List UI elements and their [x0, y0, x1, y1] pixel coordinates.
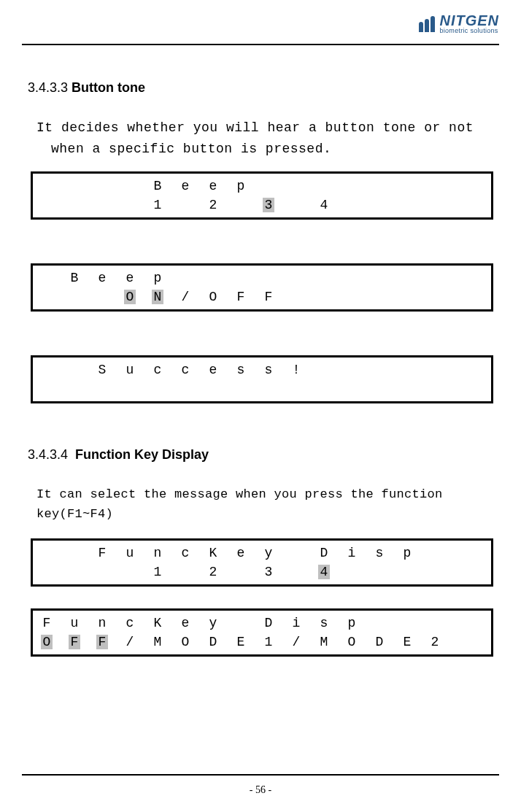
lcd-cell: [393, 198, 421, 212]
lcd-cell: 4: [310, 565, 338, 579]
header-divider: [22, 44, 499, 45]
lcd-cell: [449, 290, 476, 304]
lcd-success: Success!: [31, 355, 493, 403]
lcd-cell: [393, 565, 421, 579]
lcd-row: FuncKey Disp: [33, 614, 491, 633]
lcd-cell: O: [33, 635, 61, 649]
logo-bars-icon: [419, 16, 435, 32]
lcd-cell: c: [171, 546, 199, 560]
lcd-cell: [61, 363, 88, 377]
lcd-cell: [61, 179, 88, 193]
lcd-cell: [227, 565, 255, 579]
lcd-cell: S: [88, 363, 116, 377]
lcd-cell: [393, 271, 421, 285]
lcd-cell: [449, 546, 476, 560]
lcd-cell: [282, 290, 310, 304]
lcd-cell: [33, 198, 61, 212]
lcd-cell: s: [255, 363, 282, 377]
lcd-cell: 3: [255, 565, 282, 579]
lcd-cell: p: [338, 616, 366, 630]
lcd-row: FuncKey Disp: [33, 544, 491, 562]
lcd-cell: D: [199, 635, 227, 649]
lcd-cell: F: [227, 290, 255, 304]
lcd-cell: [255, 179, 282, 193]
lcd-cell: [449, 565, 476, 579]
lcd-cell: e: [171, 616, 199, 630]
lcd-highlight: O: [124, 290, 136, 304]
lcd-cell: u: [61, 616, 88, 630]
lcd-cell: [310, 271, 338, 285]
lcd-cell: 3: [255, 198, 282, 212]
lcd-cell: [421, 290, 449, 304]
lcd-cell: n: [88, 616, 116, 630]
lcd-row: Beep: [33, 177, 491, 196]
lcd-cell: u: [116, 363, 144, 377]
lcd-cell: [421, 179, 449, 193]
lcd-cell: [366, 198, 393, 212]
lcd-cell: F: [33, 616, 61, 630]
footer-divider: [22, 774, 499, 776]
lcd-cell: s: [366, 546, 393, 560]
lcd-cell: [61, 546, 88, 560]
lcd-highlight: N: [152, 290, 164, 304]
lcd-cell: e: [199, 179, 227, 193]
lcd-cell: [310, 290, 338, 304]
lcd-cell: [116, 198, 144, 212]
lcd-cell: e: [199, 363, 227, 377]
lcd-cell: D: [310, 546, 338, 560]
lcd-cell: [366, 179, 393, 193]
lcd-beep-menu: Beep 1 2 3 4: [31, 171, 493, 220]
lcd-cell: [282, 198, 310, 212]
lcd-cell: [449, 271, 476, 285]
lcd-cell: M: [310, 635, 338, 649]
lcd-cell: u: [116, 546, 144, 560]
section-title: Button tone: [72, 80, 145, 95]
lcd-cell: p: [227, 179, 255, 193]
lcd-cell: [227, 616, 255, 630]
lcd-cell: [227, 198, 255, 212]
lcd-cell: 4: [310, 198, 338, 212]
lcd-cell: [255, 271, 282, 285]
lcd-cell: B: [61, 271, 88, 285]
lcd-cell: F: [88, 546, 116, 560]
lcd-cell: [310, 363, 338, 377]
lcd-row: ON/OFF: [33, 287, 491, 306]
lcd-cell: i: [282, 616, 310, 630]
lcd-cell: [282, 271, 310, 285]
lcd-cell: F: [255, 290, 282, 304]
lcd-cell: [33, 565, 61, 579]
lcd-cell: [310, 179, 338, 193]
lcd-row: Beep: [33, 268, 491, 287]
lcd-cell: K: [144, 616, 171, 630]
lcd-cell: [421, 616, 449, 630]
lcd-cell: !: [282, 363, 310, 377]
lcd-cell: [227, 271, 255, 285]
lcd-cell: [338, 179, 366, 193]
lcd-cell: e: [171, 179, 199, 193]
lcd-row: 1 2 3 4: [33, 196, 491, 214]
lcd-highlight: O: [41, 635, 53, 649]
lcd-cell: y: [199, 616, 227, 630]
lcd-cell: 2: [199, 565, 227, 579]
lcd-cell: [421, 271, 449, 285]
lcd-cell: [421, 565, 449, 579]
lcd-row: [33, 379, 491, 398]
lcd-cell: e: [88, 271, 116, 285]
lcd-cell: [61, 290, 88, 304]
lcd-cell: [366, 271, 393, 285]
lcd-cell: y: [255, 546, 282, 560]
lcd-cell: i: [338, 546, 366, 560]
section-body: It can select the message when you press…: [36, 484, 493, 524]
lcd-cell: [449, 179, 476, 193]
lcd-cell: [449, 363, 476, 377]
lcd-cell: e: [116, 271, 144, 285]
lcd-cell: [338, 363, 366, 377]
lcd-cell: 2: [421, 635, 449, 649]
lcd-cell: p: [393, 546, 421, 560]
lcd-cell: s: [310, 616, 338, 630]
lcd-cell: [449, 616, 476, 630]
page-number: - 56 -: [0, 784, 521, 796]
lcd-cell: [33, 546, 61, 560]
lcd-cell: [393, 616, 421, 630]
lcd-cell: p: [144, 271, 171, 285]
